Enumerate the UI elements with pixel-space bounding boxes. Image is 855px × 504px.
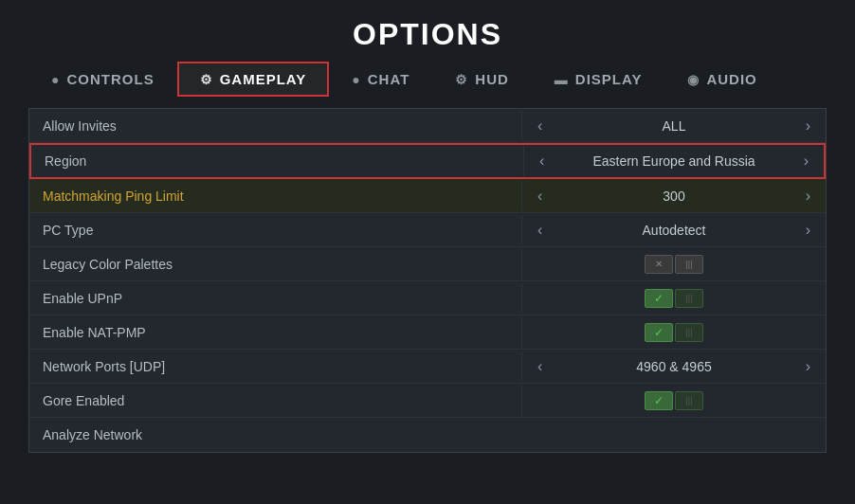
allow-invites-left-arrow[interactable]: ‹ — [532, 116, 548, 136]
matchmaking-left-arrow[interactable]: ‹ — [532, 186, 548, 207]
row-matchmaking-ping: Matchmaking Ping Limit ‹ 300 › — [29, 179, 826, 213]
pc-type-label: PC Type — [29, 215, 522, 245]
row-allow-invites: Allow Invites ‹ ALL › — [29, 109, 826, 143]
tab-audio-label: AUDIO — [706, 71, 756, 87]
chat-icon: ● — [352, 72, 360, 87]
legacy-toggle-bars[interactable]: ||| — [675, 255, 703, 274]
analyze-network-label: Analyze Network — [29, 420, 522, 450]
gore-enabled-value: ✓ ||| — [522, 386, 826, 416]
tab-chat[interactable]: ● CHAT — [329, 62, 432, 97]
legacy-color-value: ✕ ||| — [522, 249, 826, 279]
matchmaking-value: ‹ 300 › — [522, 180, 826, 212]
matchmaking-right-arrow[interactable]: › — [800, 186, 816, 207]
check-icon-2: ✓ — [654, 326, 664, 339]
content-area: Allow Invites ‹ ALL › Region ‹ Eastern E… — [28, 108, 827, 453]
display-icon: ▬ — [555, 72, 569, 87]
tab-hud[interactable]: ⚙ HUD — [432, 62, 532, 97]
row-pc-type: PC Type ‹ Autodetect › — [29, 213, 826, 247]
region-value: ‹ Eastern Europe and Russia › — [524, 145, 824, 177]
gore-toggle-bars[interactable]: ||| — [675, 391, 703, 410]
row-region: Region ‹ Eastern Europe and Russia › — [29, 143, 826, 179]
upnp-toggle-on-btn[interactable]: ✓ — [645, 289, 673, 308]
pc-type-right-arrow[interactable]: › — [800, 220, 816, 241]
allow-invites-right-arrow[interactable]: › — [800, 116, 816, 136]
tabs-bar: ● CONTROLS ⚙ GAMEPLAY ● CHAT ⚙ HUD ▬ DIS… — [0, 62, 855, 97]
gore-enabled-label: Gore Enabled — [29, 386, 522, 416]
row-enable-upnp: Enable UPnP ✓ ||| — [29, 281, 826, 315]
analyze-network-value — [522, 429, 826, 441]
pc-type-left-arrow[interactable]: ‹ — [532, 220, 548, 241]
tab-display[interactable]: ▬ DISPLAY — [532, 62, 665, 97]
row-analyze-network: Analyze Network — [29, 418, 826, 452]
audio-icon: ◉ — [687, 72, 700, 87]
page-title: OPTIONS — [0, 0, 855, 62]
allow-invites-value: ‹ ALL › — [522, 110, 826, 142]
pc-type-text: Autodetect — [557, 223, 790, 238]
tab-chat-label: CHAT — [368, 71, 410, 87]
nat-pmp-toggle[interactable]: ✓ ||| — [645, 323, 703, 342]
region-label: Region — [31, 146, 524, 176]
legacy-color-label: Legacy Color Palettes — [29, 249, 522, 279]
check-icon: ✓ — [654, 292, 664, 305]
tab-controls[interactable]: ● CONTROLS — [28, 62, 177, 97]
controls-icon: ● — [51, 72, 60, 87]
row-network-ports: Network Ports [UDP] ‹ 4960 & 4965 › — [29, 350, 826, 384]
region-left-arrow[interactable]: ‹ — [534, 151, 550, 171]
network-ports-left-arrow[interactable]: ‹ — [532, 356, 548, 377]
network-ports-right-arrow[interactable]: › — [800, 356, 816, 377]
enable-upnp-value: ✓ ||| — [522, 283, 826, 314]
enable-nat-pmp-value: ✓ ||| — [522, 317, 826, 348]
upnp-toggle[interactable]: ✓ ||| — [645, 289, 703, 308]
tab-gameplay-label: GAMEPLAY — [220, 71, 307, 87]
tab-gameplay[interactable]: ⚙ GAMEPLAY — [177, 62, 330, 97]
row-enable-nat-pmp: Enable NAT-PMP ✓ ||| — [29, 315, 826, 350]
pc-type-value: ‹ Autodetect › — [522, 214, 826, 246]
tab-controls-label: CONTROLS — [66, 71, 154, 87]
network-ports-value: ‹ 4960 & 4965 › — [522, 351, 826, 383]
row-gore-enabled: Gore Enabled ✓ ||| — [29, 384, 826, 418]
gameplay-icon: ⚙ — [200, 72, 213, 87]
page-container: OPTIONS ● CONTROLS ⚙ GAMEPLAY ● CHAT ⚙ H… — [0, 0, 855, 453]
hud-icon: ⚙ — [455, 72, 468, 87]
gore-toggle-on-btn[interactable]: ✓ — [645, 391, 673, 410]
network-ports-text: 4960 & 4965 — [557, 359, 790, 374]
legacy-toggle-off-btn[interactable]: ✕ — [645, 255, 673, 274]
nat-pmp-toggle-on-btn[interactable]: ✓ — [645, 323, 673, 342]
enable-upnp-label: Enable UPnP — [29, 283, 522, 314]
region-right-arrow[interactable]: › — [798, 151, 814, 171]
legacy-toggle[interactable]: ✕ ||| — [645, 255, 703, 274]
allow-invites-label: Allow Invites — [29, 111, 522, 141]
row-legacy-color: Legacy Color Palettes ✕ ||| — [29, 247, 826, 281]
tab-hud-label: HUD — [475, 71, 509, 87]
x-icon: ✕ — [655, 259, 663, 269]
allow-invites-text: ALL — [557, 118, 790, 134]
check-icon-3: ✓ — [654, 394, 664, 407]
region-text: Eastern Europe and Russia — [559, 153, 788, 169]
matchmaking-text: 300 — [557, 189, 790, 204]
matchmaking-label: Matchmaking Ping Limit — [29, 181, 522, 211]
network-ports-label: Network Ports [UDP] — [29, 351, 522, 382]
tab-display-label: DISPLAY — [575, 71, 643, 87]
enable-nat-pmp-label: Enable NAT-PMP — [29, 317, 522, 348]
nat-pmp-toggle-bars[interactable]: ||| — [675, 323, 703, 342]
gore-toggle[interactable]: ✓ ||| — [645, 391, 703, 410]
upnp-toggle-bars[interactable]: ||| — [675, 289, 703, 308]
tab-audio[interactable]: ◉ AUDIO — [664, 62, 779, 97]
